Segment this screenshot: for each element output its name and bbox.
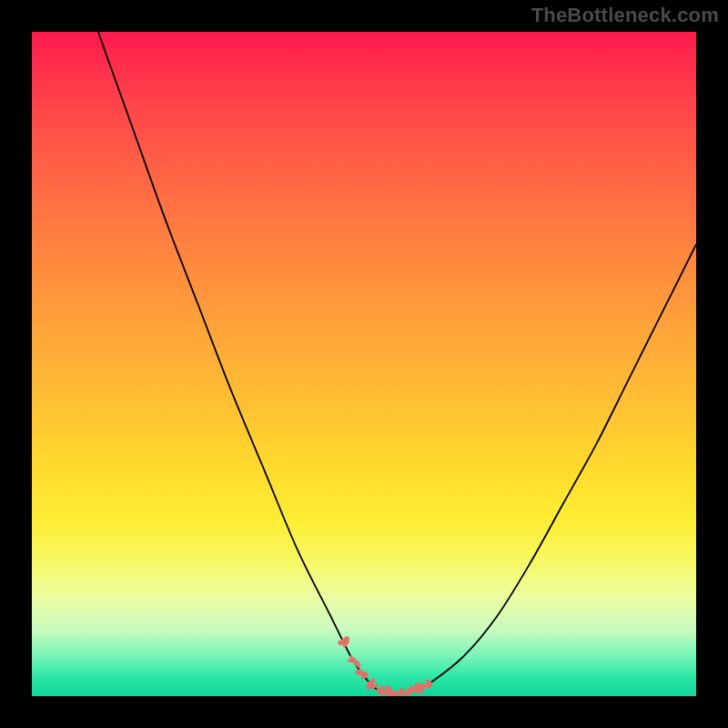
- trough-marker: [414, 691, 420, 692]
- trough-marker: [358, 672, 366, 674]
- trough-marker: [405, 693, 410, 694]
- chart-frame: TheBottleneck.com: [0, 0, 728, 728]
- trough-marker: [369, 681, 373, 683]
- bottleneck-curve: [32, 32, 696, 693]
- trough-marker: [339, 642, 345, 643]
- trough-marker-group: [339, 639, 430, 696]
- chart-svg: [32, 32, 696, 696]
- watermark-text: TheBottleneck.com: [531, 4, 719, 27]
- plot-area: [32, 32, 696, 696]
